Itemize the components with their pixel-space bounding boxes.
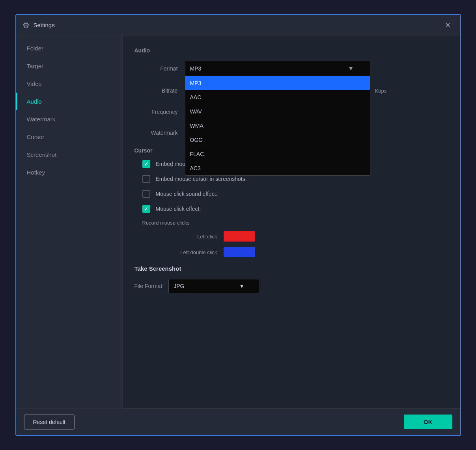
main-content: Folder Target Video Audio Watermark Curs… [16,35,460,408]
format-dropdown-arrow: ▼ [348,65,354,72]
screenshot-section: Take Screenshot File Format: JPG ▼ [134,265,448,293]
left-click-color-swatch[interactable] [224,231,255,242]
footer: Reset default OK [16,408,460,435]
ok-button[interactable]: OK [404,415,452,429]
format-option-flac[interactable]: FLAC [185,147,370,161]
left-double-click-row: Left double click [142,247,448,257]
file-format-selected: JPG [174,283,184,289]
settings-icon: ⚙ [22,20,30,30]
file-format-label: File Format: [134,283,164,289]
format-option-wav[interactable]: WAV [185,104,370,119]
checkbox-click-sound-box[interactable] [142,190,150,198]
watermark-label: Watermark [134,130,178,136]
sidebar-item-hotkey[interactable]: Hotkey [16,164,122,181]
settings-window: ⚙ Settings ✕ Folder Target Video Audio W… [15,14,461,436]
format-option-wma[interactable]: WMA [185,119,370,133]
format-option-mp3[interactable]: MP3 [185,76,370,90]
format-label: Format [134,65,178,72]
left-double-click-label: Left double click [166,249,217,255]
checkmark-icon: ✓ [144,161,148,167]
record-mouse-clicks-title: Record mouse clicks [142,220,448,226]
left-click-label: Left click [166,234,217,240]
sidebar-item-folder[interactable]: Folder [16,39,122,57]
file-format-row: File Format: JPG ▼ [134,279,448,293]
file-format-dropdown[interactable]: JPG ▼ [168,279,259,293]
sidebar-item-watermark[interactable]: Watermark [16,110,122,128]
left-double-click-color-swatch[interactable] [224,247,255,257]
checkbox-embed-recording-box[interactable]: ✓ [142,160,150,168]
close-button[interactable]: ✕ [442,19,454,31]
checkmark-icon-2: ✓ [144,206,148,212]
checkbox-embed-screenshots-label: Embed mouse cursor in screenshots. [156,176,247,182]
record-section: Record mouse clicks Left click Left doub… [134,220,448,257]
reset-default-button[interactable]: Reset default [24,415,75,430]
format-option-ogg[interactable]: OGG [185,133,370,147]
file-format-arrow-icon: ▼ [239,283,245,289]
checkbox-click-sound: Mouse click sound effect. [134,190,448,198]
checkbox-click-sound-label: Mouse click sound effect. [156,191,218,197]
format-dropdown-list: MP3 AAC WAV WMA OGG FLAC AC3 [185,76,370,176]
frequency-label: Frequency [134,109,178,115]
checkbox-click-effect: ✓ Mouse click effect: [134,205,448,213]
checkbox-click-effect-label: Mouse click effect: [156,206,201,212]
bitrate-label: Bitrate [134,87,178,94]
sidebar-item-screenshot[interactable]: Screenshot [16,146,122,164]
window-title: Settings [34,22,442,28]
checkbox-embed-screenshots-box[interactable] [142,175,150,183]
bitrate-unit: Kbps [375,88,387,94]
format-option-aac[interactable]: AAC [185,90,370,104]
sidebar-item-audio[interactable]: Audio [16,93,122,110]
format-dropdown-container: MP3 ▼ MP3 AAC WAV WMA OGG FLAC AC3 [185,61,370,76]
format-dropdown-trigger[interactable]: MP3 ▼ [185,61,370,76]
sidebar-item-video[interactable]: Video [16,75,122,93]
content-area: Audio Format MP3 ▼ MP3 AAC WAV WMA [123,35,460,408]
sidebar-item-target[interactable]: Target [16,57,122,75]
sidebar-item-cursor[interactable]: Cursor [16,128,122,146]
format-selected-value: MP3 [190,65,202,72]
audio-section-header: Audio [134,47,448,54]
checkbox-embed-screenshots: Embed mouse cursor in screenshots. [134,175,448,183]
sidebar: Folder Target Video Audio Watermark Curs… [16,35,123,408]
screenshot-section-header: Take Screenshot [134,265,448,272]
format-row: Format MP3 ▼ MP3 AAC WAV WMA OGG FLAC [134,61,448,76]
format-option-ac3[interactable]: AC3 [185,161,370,175]
titlebar: ⚙ Settings ✕ [16,15,460,35]
checkbox-click-effect-box[interactable]: ✓ [142,205,150,213]
left-click-row: Left click [142,231,448,242]
